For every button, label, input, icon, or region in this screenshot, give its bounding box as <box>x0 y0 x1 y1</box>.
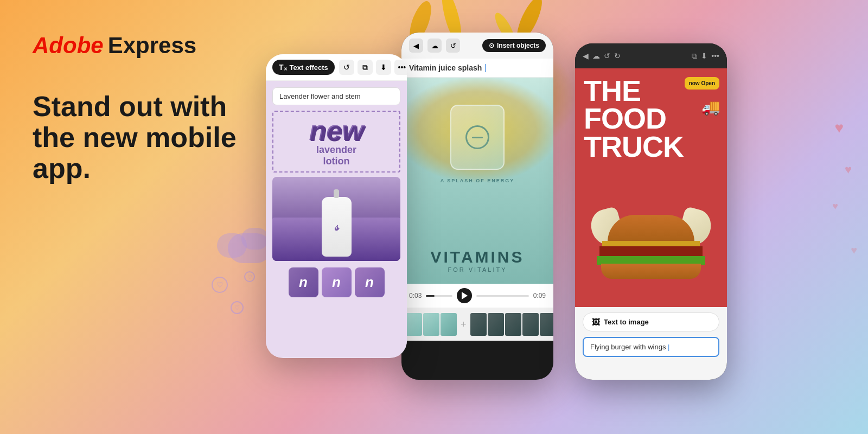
phone3-undo-icon[interactable]: ↺ <box>604 52 610 60</box>
vitamins-text-area: VITAMINS FOR VITALITY <box>401 248 553 273</box>
flying-burger-input[interactable]: Flying burger with wings | <box>583 337 719 357</box>
filmstrip-thumb-2[interactable] <box>423 313 439 336</box>
phone1-toolbar-icons: ↺ ⧉ ⬇ ••• <box>339 60 407 75</box>
letter-variant-1[interactable]: n <box>289 267 318 297</box>
phone2-back-button[interactable]: ◀ <box>409 39 423 53</box>
duplicate-button[interactable]: ⧉ <box>358 60 373 75</box>
download-button[interactable]: ⬇ <box>376 60 391 75</box>
phone2: ◀ ☁ ↺ ⊙ Insert objects Vitamin juice spl… <box>401 33 553 380</box>
deco-heart-2: ♡ <box>231 301 244 314</box>
bun-bottom <box>601 264 701 279</box>
lavender-subtitle1: lavender <box>278 144 395 156</box>
phone3-bottom: 🖼 Text to image Flying burger with wings… <box>575 307 727 380</box>
deco-heart-right-2: ♥ <box>845 163 852 177</box>
video-progress-bar[interactable] <box>426 295 452 297</box>
phone2-undo-button[interactable]: ↺ <box>446 39 460 53</box>
text-effects-button[interactable]: Tₓ Text effects <box>272 60 335 75</box>
phone2-toolbar: ◀ ☁ ↺ ⊙ Insert objects <box>401 33 553 59</box>
deco-heart-1: ♡ <box>212 277 228 293</box>
lavender-text-box: new lavender lotion <box>272 111 400 173</box>
insert-objects-icon: ⊙ <box>489 42 494 49</box>
filmstrip-thumb-1[interactable] <box>406 313 422 336</box>
phone2-cloud-button[interactable]: ☁ <box>427 39 442 53</box>
phone3-main-content: THE FOOD TRUCK now Open 🚚 <box>575 68 727 307</box>
page-tagline: Stand out with the new mobile app. <box>33 91 260 184</box>
deco-heart-right-3: ♥ <box>832 201 838 212</box>
play-button[interactable] <box>457 288 472 303</box>
deco-heart-right-1: ♥ <box>834 119 844 137</box>
now-open-text: now Open <box>689 80 715 87</box>
phone3-duplicate-icon[interactable]: ⧉ <box>692 52 697 61</box>
phone2-main-content: A SPLASH OF ENERGY VITAMINS FOR VITALITY <box>401 78 553 284</box>
truck-text: TRUCK <box>584 133 684 161</box>
letter-variant-2[interactable]: n <box>322 267 352 297</box>
vitamins-subheading: FOR VITALITY <box>401 266 553 273</box>
lavender-product-image: 𝓈 <box>272 177 400 261</box>
text-effects-label: Text effects <box>290 63 328 72</box>
phone1-content: Lavender flower and stem new lavender lo… <box>266 81 407 358</box>
phone3-more-icon[interactable]: ••• <box>711 52 719 60</box>
phone3-toolbar: ◀ ☁ ↺ ↻ ⧉ ⬇ ••• <box>575 43 727 68</box>
filmstrip-thumb-6[interactable] <box>505 313 521 336</box>
the-text: THE <box>584 77 684 105</box>
letter-variant-3[interactable]: n <box>355 267 385 297</box>
vitamin-jar <box>450 105 505 170</box>
insert-objects-label: Insert objects <box>497 42 539 49</box>
logo-express: Express <box>108 33 196 59</box>
filmstrip-group-1 <box>406 313 457 336</box>
vitamins-heading: VITAMINS <box>401 248 553 266</box>
deco-cloud-3 <box>241 228 269 250</box>
patty-layer <box>599 246 703 257</box>
filmstrip-thumb-7[interactable] <box>522 313 539 336</box>
filmstrip-thumb-5[interactable] <box>488 313 504 336</box>
insert-objects-button[interactable]: ⊙ Insert objects <box>482 39 546 52</box>
filmstrip: + <box>401 308 553 341</box>
phone3-cloud-icon[interactable]: ☁ <box>592 52 600 60</box>
left-section: Adobe Express Stand out with the new mob… <box>33 33 260 184</box>
phone3-redo-icon[interactable]: ↻ <box>614 52 621 60</box>
phone1: Tₓ Text effects ↺ ⧉ ⬇ ••• Lavender flowe… <box>266 54 407 358</box>
filmstrip-thumb-3[interactable] <box>441 313 457 336</box>
text-effects-icon: Tₓ <box>279 63 287 72</box>
text-to-image-button[interactable]: 🖼 Text to image <box>583 312 719 331</box>
vitamin-juice-text: Vitamin juice splash <box>409 63 482 72</box>
rotate-button[interactable]: ↺ <box>339 60 354 75</box>
lavender-main-text: new <box>278 116 395 144</box>
letter-variants: n n n <box>272 265 400 299</box>
cursor-indicator: | <box>668 343 669 351</box>
logo: Adobe Express <box>33 33 260 59</box>
filmstrip-thumb-4[interactable] <box>470 313 487 336</box>
play-icon <box>462 292 468 299</box>
phone1-toolbar: Tₓ Text effects ↺ ⧉ ⬇ ••• <box>266 54 407 81</box>
filmstrip-plus: + <box>458 319 469 330</box>
phone3: ◀ ☁ ↺ ↻ ⧉ ⬇ ••• THE FOOD TRUCK now Open … <box>575 43 727 380</box>
logo-adobe: Adobe <box>33 33 104 59</box>
burger-visual <box>586 199 716 302</box>
video-time-end: 0:09 <box>533 292 546 299</box>
phone3-back-icon[interactable]: ◀ <box>583 52 589 60</box>
video-controls-bar: 0:03 0:09 <box>401 284 553 308</box>
deco-heart-right-4: ♥ <box>851 244 857 257</box>
food-truck-icon: 🚚 <box>701 98 720 116</box>
bun-top <box>608 215 694 242</box>
text-to-image-label: Text to image <box>604 318 649 326</box>
text-to-image-icon: 🖼 <box>592 317 600 327</box>
now-open-badge: now Open <box>685 77 719 90</box>
filmstrip-thumb-8[interactable] <box>540 313 553 336</box>
food-text: FOOD <box>584 105 684 132</box>
lavender-text-input[interactable]: Lavender flower and stem <box>272 87 400 105</box>
phone2-wrapper: ◀ ☁ ↺ ⊙ Insert objects Vitamin juice spl… <box>401 33 553 401</box>
lavender-subtitle2: lotion <box>278 156 395 167</box>
vitamin-jar-logo <box>465 125 489 149</box>
phone3-download-icon[interactable]: ⬇ <box>701 52 707 60</box>
flying-burger-text: Flying burger with wings <box>590 343 666 351</box>
vitamin-juice-bar[interactable]: Vitamin juice splash | <box>401 59 553 78</box>
video-time-start: 0:03 <box>409 292 422 299</box>
page-background: Adobe Express Stand out with the new mob… <box>0 0 868 434</box>
video-progress-remaining <box>476 295 529 297</box>
filmstrip-group-2 <box>470 313 553 336</box>
splash-energy-text: A SPLASH OF ENERGY <box>401 178 553 183</box>
food-truck-heading: THE FOOD TRUCK <box>584 77 684 161</box>
deco-heart-3: ♡ <box>244 271 255 282</box>
